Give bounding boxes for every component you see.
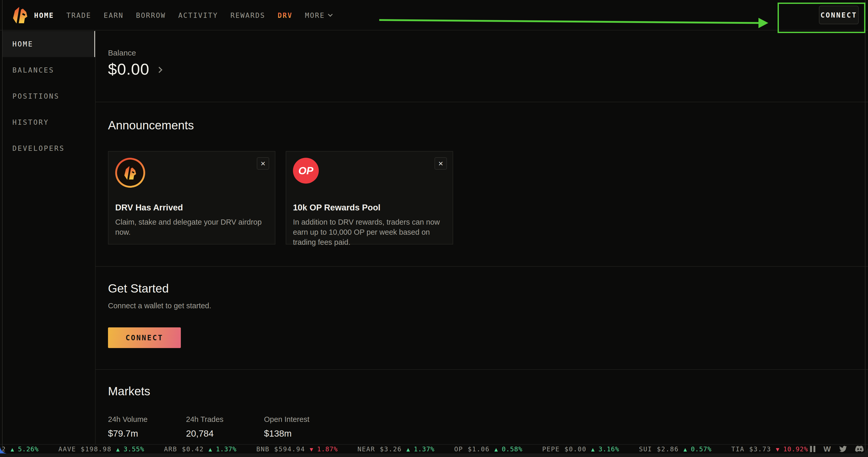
ticker-symbol: AAVE [58,445,76,453]
chevron-down-icon [328,12,333,17]
ticker-change: 0.58% [494,445,523,453]
stat-value: $138m [264,428,309,439]
nav-more-label: MORE [305,11,325,20]
ticker-item[interactable]: NEAR $3.26 1.37% [358,445,435,453]
ticker-item[interactable]: SUI $2.86 0.57% [639,445,711,453]
sidebar-divider [95,30,96,445]
stat-value: $79.7m [108,428,186,439]
announcement-title: DRV Has Arrived [115,203,183,213]
ticker-item[interactable]: 2 5.26% [2,445,39,453]
announcement-body: In addition to DRV rewards, traders can … [293,217,448,247]
close-icon[interactable]: × [257,157,269,170]
ticker-symbol: ARB [164,445,177,453]
derive-logo-icon [123,165,137,180]
op-logo-icon: OP [293,158,319,184]
sidebar-item-history[interactable]: HISTORY [3,109,95,135]
ticker-price: $594.94 [274,445,305,453]
ticker-change: 5.26% [10,445,39,453]
ticker-symbol: BNB [256,445,270,453]
announcement-card-drv[interactable]: × DRV Has Arrived Claim, stake and deleg… [108,151,275,244]
window-bottom-strip [0,453,868,457]
ticker-price: $3.73 [749,445,771,453]
ticker-items: 2 5.26% AAVE $198.98 3.55% ARB $0.42 1.3… [2,445,808,453]
ticker-price: $1.06 [468,445,490,453]
main-nav: HOME TRADE EARN BORROW ACTIVITY REWARDS … [34,0,332,30]
section-divider [95,266,868,267]
ticker-item[interactable]: TIA $3.73 10.92% [731,445,808,453]
ticker-symbol: TIA [731,445,745,453]
stat-24h-volume: 24h Volume $79.7m [108,415,186,439]
sidebar-item-balances[interactable]: BALANCES [3,57,95,83]
markets-title: Markets [108,384,150,398]
balance-value: $0.00 [108,60,149,78]
top-navbar: HOME TRADE EARN BORROW ACTIVITY REWARDS … [0,0,868,30]
ticker-change: 3.55% [116,445,145,453]
ticker-change: 1.37% [209,445,237,453]
ticker-change: 1.37% [406,445,435,453]
ticker-symbol: PEPE [542,445,560,453]
sidebar-item-positions[interactable]: POSITIONS [3,83,95,109]
nav-more[interactable]: MORE [305,11,332,20]
stat-24h-trades: 24h Trades 20,784 [186,415,264,439]
price-ticker-bar: 2 5.26% AAVE $198.98 3.55% ARB $0.42 1.3… [0,444,868,453]
get-started-title: Get Started [108,282,169,295]
ticker-price: $3.26 [380,445,402,453]
ticker-item[interactable]: OP $1.06 0.58% [454,445,522,453]
markets-stats: 24h Volume $79.7m 24h Trades 20,784 Open… [108,415,309,439]
op-badge-icon: OP [293,158,319,184]
stat-label: Open Interest [264,415,309,424]
nav-home[interactable]: HOME [34,11,54,20]
ticker-price: $0.00 [564,445,586,453]
connect-wallet-button-primary[interactable]: CONNECT [108,327,181,348]
announcements-title: Announcements [108,118,194,132]
nav-activity[interactable]: ACTIVITY [178,11,218,20]
ticker-change: 3.16% [591,445,619,453]
nav-drv[interactable]: DRV [278,11,293,20]
annotation-highlight-box [778,3,865,33]
derive-logo-icon[interactable] [11,6,29,24]
app-window: HOME TRADE EARN BORROW ACTIVITY REWARDS … [0,0,868,453]
get-started-subtitle: Connect a wallet to get started. [108,301,211,310]
ticker-icons: W [810,445,864,453]
balance-label: Balance [108,48,136,57]
stat-label: 24h Trades [186,415,264,424]
sidebar-item-home[interactable]: HOME [3,31,95,57]
ticker-item[interactable]: AAVE $198.98 3.55% [58,445,144,453]
ticker-price: $2.86 [657,445,679,453]
twitter-icon[interactable] [839,446,847,452]
ticker-symbol: NEAR [358,445,375,453]
pause-icon[interactable] [810,446,815,452]
stat-label: 24h Volume [108,415,186,424]
nav-rewards[interactable]: REWARDS [230,11,265,20]
warpcast-icon[interactable]: W [824,445,831,453]
close-icon[interactable]: × [435,157,447,170]
ticker-item[interactable]: BNB $594.94 1.87% [256,445,338,453]
chevron-right-icon [156,67,162,73]
nav-trade[interactable]: TRADE [66,11,91,20]
sidebar-item-developers[interactable]: DEVELOPERS [3,135,95,161]
nav-earn[interactable]: EARN [103,11,123,20]
left-window-edge [2,0,3,453]
ticker-change: 1.87% [310,445,338,453]
ticker-change: 10.92% [776,445,808,453]
ticker-item[interactable]: ARB $0.42 1.37% [164,445,237,453]
discord-icon[interactable] [855,446,864,452]
ticker-symbol: SUI [639,445,652,453]
annotation-arrow-head [758,18,768,28]
announcement-title: 10k OP Rewards Pool [293,203,380,213]
nav-borrow[interactable]: BORROW [136,11,166,20]
section-divider [95,102,868,102]
ticker-symbol: OP [454,445,463,453]
ticker-item[interactable]: PEPE $0.00 3.16% [542,445,619,453]
announcement-body: Claim, stake and delegate your DRV airdr… [115,217,270,237]
balance-link[interactable]: $0.00 [108,60,161,78]
stat-open-interest: Open Interest $138m [264,415,309,439]
ticker-price: $0.42 [182,445,204,453]
ticker-change: 0.57% [684,445,712,453]
sidebar: HOME BALANCES POSITIONS HISTORY DEVELOPE… [3,31,95,161]
announcement-cards: × DRV Has Arrived Claim, stake and deleg… [108,151,453,244]
announcement-card-op[interactable]: OP × 10k OP Rewards Pool In addition to … [286,151,453,244]
ticker-price: $198.98 [81,445,111,453]
derive-badge-icon [115,158,145,188]
section-divider [95,369,868,370]
